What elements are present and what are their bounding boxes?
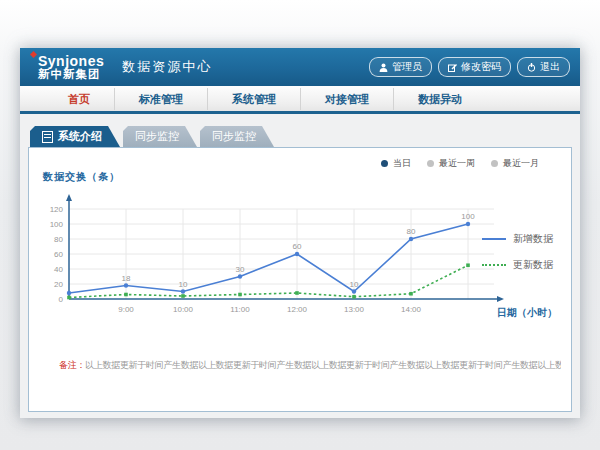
svg-text:14:00: 14:00 bbox=[401, 305, 422, 314]
change-password-label: 修改密码 bbox=[461, 60, 501, 74]
svg-text:30: 30 bbox=[236, 265, 245, 274]
spark-icon bbox=[30, 51, 37, 58]
nav-item-system-management[interactable]: 系统管理 bbox=[208, 88, 301, 110]
tab-sync-monitor-1-label: 同步监控 bbox=[135, 129, 179, 144]
legend-updated-data-label: 更新数据 bbox=[513, 258, 553, 272]
svg-text:80: 80 bbox=[54, 235, 63, 244]
chart-legend: 新增数据 更新数据 bbox=[482, 232, 553, 284]
svg-text:40: 40 bbox=[54, 265, 63, 274]
radio-unselected-icon bbox=[491, 160, 498, 167]
svg-text:10: 10 bbox=[350, 280, 359, 289]
svg-text:60: 60 bbox=[293, 242, 302, 251]
tab-sync-monitor-1[interactable]: 同步监控 bbox=[123, 126, 197, 147]
svg-text:100: 100 bbox=[461, 212, 475, 221]
app-header: Synjones 新中新集团 数据资源中心 管理员 修改密码 退出 bbox=[20, 48, 580, 86]
radio-last-week[interactable]: 最近一周 bbox=[427, 157, 475, 170]
svg-text:12:00: 12:00 bbox=[287, 305, 308, 314]
svg-text:60: 60 bbox=[54, 250, 63, 259]
radio-selected-icon bbox=[381, 160, 388, 167]
admin-user-button[interactable]: 管理员 bbox=[369, 57, 432, 77]
y-axis-title: 数据交换（条） bbox=[43, 170, 120, 184]
document-icon bbox=[42, 131, 53, 143]
svg-text:120: 120 bbox=[50, 205, 64, 214]
legend-new-data-label: 新增数据 bbox=[513, 232, 553, 246]
svg-text:18: 18 bbox=[122, 274, 131, 283]
nav-item-data-changes[interactable]: 数据异动 bbox=[394, 88, 486, 110]
dashed-line-icon bbox=[482, 264, 506, 266]
svg-text:100: 100 bbox=[50, 220, 64, 229]
footer-note: 备注：以上数据更新于时间产生数据以上数据更新于时间产生数据以上数据更新于时间产生… bbox=[59, 359, 561, 372]
radio-last-week-label: 最近一周 bbox=[439, 157, 475, 170]
svg-text:11:00: 11:00 bbox=[230, 305, 250, 314]
footer-note-prefix: 备注： bbox=[59, 360, 85, 370]
line-chart: 0204060801001209:0010:0011:0012:0013:001… bbox=[39, 194, 509, 324]
main-nav: 首页 标准管理 系统管理 对接管理 数据异动 bbox=[20, 86, 580, 114]
page-title: 数据资源中心 bbox=[122, 58, 212, 76]
svg-text:9:00: 9:00 bbox=[118, 305, 134, 314]
radio-today-label: 当日 bbox=[393, 157, 411, 170]
legend-updated-data: 更新数据 bbox=[482, 258, 553, 272]
radio-last-month[interactable]: 最近一月 bbox=[491, 157, 539, 170]
radio-today[interactable]: 当日 bbox=[381, 157, 411, 170]
radio-unselected-icon bbox=[427, 160, 434, 167]
svg-text:10: 10 bbox=[179, 280, 188, 289]
tab-system-intro[interactable]: 系统介绍 bbox=[30, 126, 120, 147]
company-logo: Synjones 新中新集团 bbox=[38, 54, 104, 81]
nav-item-home[interactable]: 首页 bbox=[44, 88, 115, 110]
content-area: 系统介绍 同步监控 同步监控 当日 最近一周 bbox=[20, 114, 580, 418]
nav-item-standard-management[interactable]: 标准管理 bbox=[115, 88, 208, 110]
logo-brand-text: Synjones bbox=[38, 54, 104, 69]
chart-panel: 当日 最近一周 最近一月 数据交换（条） 0204060801001209:00… bbox=[28, 147, 572, 412]
svg-text:80: 80 bbox=[407, 227, 416, 236]
change-password-button[interactable]: 修改密码 bbox=[438, 57, 511, 77]
svg-text:20: 20 bbox=[54, 280, 63, 289]
logout-label: 退出 bbox=[540, 60, 560, 74]
footer-note-text: 以上数据更新于时间产生数据以上数据更新于时间产生数据以上数据更新于时间产生数据以… bbox=[85, 360, 561, 370]
svg-text:13:00: 13:00 bbox=[344, 305, 365, 314]
edit-icon bbox=[448, 63, 457, 72]
tab-bar: 系统介绍 同步监控 同步监控 bbox=[30, 126, 580, 147]
user-icon bbox=[379, 63, 388, 72]
logout-button[interactable]: 退出 bbox=[517, 57, 570, 77]
admin-user-label: 管理员 bbox=[392, 60, 422, 74]
nav-item-interface-management[interactable]: 对接管理 bbox=[301, 88, 394, 110]
solid-line-icon bbox=[482, 238, 506, 240]
tab-system-intro-label: 系统介绍 bbox=[58, 129, 102, 144]
legend-new-data: 新增数据 bbox=[482, 232, 553, 246]
app-window: Synjones 新中新集团 数据资源中心 管理员 修改密码 退出 bbox=[20, 48, 580, 418]
radio-last-month-label: 最近一月 bbox=[503, 157, 539, 170]
svg-text:10:00: 10:00 bbox=[173, 305, 194, 314]
power-icon bbox=[527, 63, 536, 72]
logo-company-text: 新中新集团 bbox=[38, 68, 104, 80]
tab-sync-monitor-2-label: 同步监控 bbox=[212, 129, 256, 144]
date-range-filter: 当日 最近一周 最近一月 bbox=[381, 157, 539, 170]
x-axis-title: 日期（小时） bbox=[497, 306, 557, 320]
tab-sync-monitor-2[interactable]: 同步监控 bbox=[200, 126, 274, 147]
header-actions: 管理员 修改密码 退出 bbox=[369, 57, 570, 77]
svg-text:0: 0 bbox=[59, 295, 64, 304]
